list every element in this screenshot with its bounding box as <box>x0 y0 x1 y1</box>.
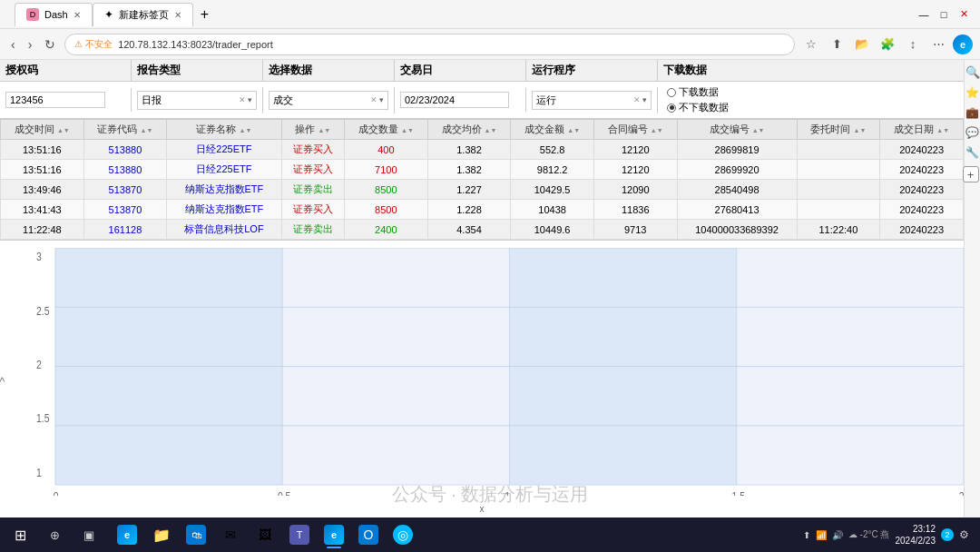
data-select-header: 选择数据 <box>263 60 395 81</box>
taskbar-app-extra[interactable]: ◎ <box>387 519 419 550</box>
sidebar-tools-icon[interactable]: 🔧 <box>965 146 979 159</box>
tab-dash-favicon: D <box>26 8 39 21</box>
download-header: 下载数据 <box>658 60 964 81</box>
chart-area: > 3 2.5 2 1.5 1 <box>0 240 964 518</box>
sort-name[interactable]: ▲▼ <box>240 127 252 133</box>
sidebar-plus-button[interactable]: + <box>963 166 979 182</box>
cell-contract: 9713 <box>593 220 677 240</box>
refresh-button[interactable]: ↻ <box>41 35 59 54</box>
sidebar-chat-icon[interactable]: 💬 <box>965 126 979 139</box>
run-program-header: 运行程序 <box>526 60 658 81</box>
cell-qty: 400 <box>345 140 428 160</box>
teams-app-icon: T <box>289 525 309 545</box>
taskbar-app-explorer[interactable]: 📁 <box>145 519 178 550</box>
auth-code-input[interactable] <box>5 92 105 108</box>
cell-avgprice: 1.382 <box>427 140 511 160</box>
tray-time: 23:12 <box>896 523 936 535</box>
sort-amount[interactable]: ▲▼ <box>567 127 580 133</box>
tab-trader[interactable]: ✦ 新建标签页 ✕ <box>93 3 193 26</box>
download-radio-yes[interactable]: 下载数据 <box>667 85 955 99</box>
sort-qty[interactable]: ▲▼ <box>401 127 414 133</box>
cell-name: 标普信息科技LOF <box>167 220 281 240</box>
cell-code[interactable]: 513870 <box>83 200 167 220</box>
svg-text:0: 0 <box>54 490 59 496</box>
sidebar-favorites-icon[interactable]: ⭐ <box>965 86 979 99</box>
tray-network-icon[interactable]: 📶 <box>816 530 827 540</box>
data-select-arrow: ▾ <box>379 95 384 104</box>
cell-code[interactable]: 513880 <box>83 160 167 180</box>
cell-ordertime: 11:22:40 <box>797 220 880 240</box>
col-dealno: 成交编号 ▲▼ <box>677 120 797 140</box>
tray-datetime[interactable]: 23:12 2024/2/23 <box>896 523 936 547</box>
browser-app-icon: e <box>324 525 344 545</box>
back-button[interactable]: ‹ <box>7 35 19 54</box>
share-btn[interactable]: ⬆ <box>826 34 848 55</box>
tab-dash[interactable]: D Dash ✕ <box>15 3 93 26</box>
address-bar[interactable]: ⚠ 不安全 120.78.132.143:8023/trader_report <box>64 34 795 55</box>
start-button[interactable]: ⊞ <box>4 519 36 550</box>
taskbar-app-photos[interactable]: 🖼 <box>249 519 281 550</box>
sort-ordertime[interactable]: ▲▼ <box>854 127 867 133</box>
extension-btn[interactable]: 🧩 <box>877 34 898 55</box>
cell-amount: 10449.6 <box>511 220 594 240</box>
new-tab-button[interactable]: + <box>193 5 216 25</box>
sort-op[interactable]: ▲▼ <box>318 127 330 133</box>
sidebar-search-icon[interactable]: 🔍 <box>965 65 980 79</box>
cell-dealdate: 20240223 <box>880 160 964 180</box>
cell-avgprice: 1.228 <box>427 200 511 220</box>
auth-code-header: 授权码 <box>0 60 132 81</box>
favorites-btn[interactable]: ☆ <box>800 34 822 55</box>
cell-code[interactable]: 513880 <box>83 140 167 160</box>
sort-time[interactable]: ▲▼ <box>57 127 70 133</box>
cell-op: 证券买入 <box>281 140 344 160</box>
search-button[interactable]: ⊕ <box>38 519 71 550</box>
maximize-button[interactable]: □ <box>935 5 953 24</box>
tray-sound-icon[interactable]: 🔊 <box>832 530 843 540</box>
minimize-button[interactable]: — <box>915 5 933 24</box>
sort-avgprice[interactable]: ▲▼ <box>485 127 497 133</box>
report-type-clear[interactable]: ✕ <box>239 95 246 104</box>
cell-dealno: 28540498 <box>677 180 797 200</box>
trade-date-header: 交易日 <box>395 60 526 81</box>
data-select-select[interactable]: 成交 ✕ ▾ <box>269 91 388 110</box>
table-row: 13:49:46 513870 纳斯达克指数ETF 证券卖出 8500 1.22… <box>1 180 964 200</box>
cell-qty: 7100 <box>345 160 428 180</box>
notification-badge[interactable]: 2 <box>941 528 954 541</box>
cell-name: 纳斯达克指数ETF <box>167 180 281 200</box>
forward-button[interactable]: › <box>24 35 36 54</box>
edge-icon: e <box>953 34 973 54</box>
tray-battery-icon[interactable]: ⬆ <box>803 530 810 540</box>
collection-btn[interactable]: 📂 <box>851 34 873 55</box>
data-select-clear[interactable]: ✕ <box>370 95 377 104</box>
close-button[interactable]: ✕ <box>955 5 973 24</box>
col-dealdate: 成交日期 ▲▼ <box>880 120 964 140</box>
taskbar-app-store[interactable]: 🛍 <box>180 519 212 550</box>
tray-settings-icon[interactable]: ⚙ <box>959 528 969 541</box>
taskbar-app-mail[interactable]: ✉ <box>214 519 247 550</box>
sort-code[interactable]: ▲▼ <box>141 127 153 133</box>
col-amount: 成交金额 ▲▼ <box>511 120 594 140</box>
tab-dash-close[interactable]: ✕ <box>74 10 81 20</box>
run-program-clear[interactable]: ✕ <box>633 95 641 104</box>
tab-trader-close[interactable]: ✕ <box>174 10 181 20</box>
cell-code[interactable]: 161128 <box>83 220 167 240</box>
run-program-select[interactable]: 运行 ✕ ▾ <box>532 91 652 110</box>
more-btn[interactable]: ⋯ <box>927 34 949 55</box>
cell-amount: 9812.2 <box>511 160 594 180</box>
task-view-button[interactable]: ▣ <box>73 519 105 550</box>
sort-dealno[interactable]: ▲▼ <box>752 127 765 133</box>
report-type-select[interactable]: 日报 ✕ ▾ <box>137 91 257 110</box>
taskbar-app-browser[interactable]: e <box>318 519 350 550</box>
trade-date-cell: 02/23/2024 <box>395 88 526 112</box>
sort-dealdate[interactable]: ▲▼ <box>936 127 949 133</box>
sidebar-wallet-icon[interactable]: 💼 <box>965 106 979 119</box>
sort-contract[interactable]: ▲▼ <box>651 127 663 133</box>
download-radio-no[interactable]: 不下载数据 <box>667 101 955 114</box>
trade-date-select[interactable]: 02/23/2024 <box>400 92 509 108</box>
taskbar-app-teams[interactable]: T <box>283 519 316 550</box>
taskbar-app-edge[interactable]: e <box>111 519 143 550</box>
cell-dealdate: 20240223 <box>880 140 964 160</box>
sync-btn[interactable]: ↕ <box>902 34 924 55</box>
cell-code[interactable]: 513870 <box>83 180 167 200</box>
taskbar-app-outlook[interactable]: O <box>352 519 385 550</box>
